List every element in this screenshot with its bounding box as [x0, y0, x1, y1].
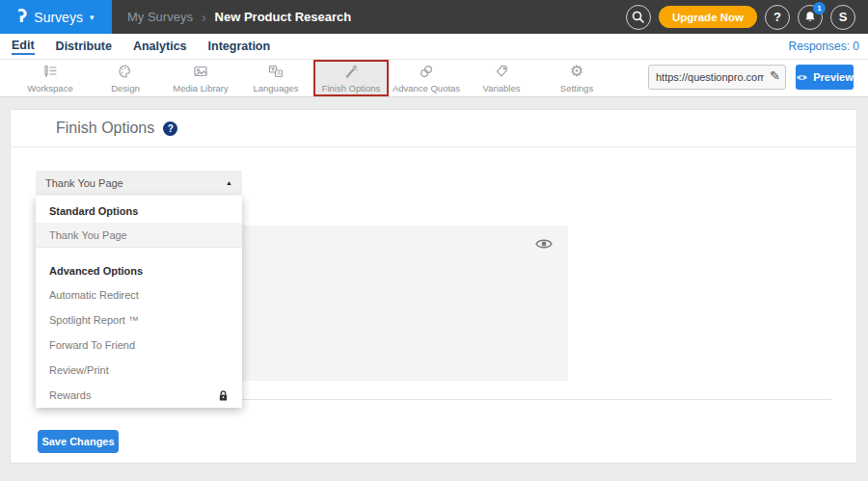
selected-option-label: Thank You Page [45, 177, 123, 189]
toolbar-label: Design [111, 83, 140, 94]
toolbar-item-settings[interactable]: ⚙ Settings [539, 60, 614, 96]
caret-up-icon: ▲ [226, 179, 232, 186]
search-button[interactable] [626, 5, 651, 30]
finish-option-dropdown-menu: Standard Options Thank You Page Advanced… [36, 196, 242, 408]
survey-url-input[interactable] [648, 65, 786, 90]
menu-item-label: Spotlight Report ™ [49, 307, 139, 333]
toolbar-item-variables[interactable]: Variables [464, 60, 539, 96]
preview-button[interactable]: Preview [796, 65, 854, 90]
menu-item-forward-to-friend[interactable]: Forward To Friend [36, 333, 242, 358]
menu-item-rewards[interactable]: Rewards [36, 383, 242, 408]
card-title-row: Finish Options ? [11, 110, 856, 147]
toolbar-item-media-library[interactable]: Media Library [163, 60, 238, 96]
menu-item-thank-you-page[interactable]: Thank You Page [36, 223, 242, 248]
nav-tab-analytics[interactable]: Analytics [133, 40, 187, 54]
toolbar-label: Variables [483, 83, 521, 94]
question-mark-icon: ? [773, 10, 781, 24]
top-header: ʔ Surveys ▾ My Surveys › New Product Res… [0, 0, 868, 34]
toolbar-label: Settings [560, 83, 593, 94]
avatar-initial: S [839, 10, 848, 24]
toolbar-item-workspace[interactable]: Workspace [13, 60, 88, 96]
notifications-button[interactable]: 1 [798, 5, 823, 30]
palette-icon [118, 64, 133, 80]
menu-item-label: Rewards [49, 383, 91, 408]
tag-icon [494, 64, 509, 80]
header-actions: Upgrade Now ? 1 S [626, 5, 868, 30]
toolbar-item-advance-quotas[interactable]: Advance Quotas [389, 60, 464, 96]
menu-item-label: Forward To Friend [49, 333, 135, 358]
toolbar-label: Advance Quotas [393, 83, 460, 94]
toolbar-label: Languages [253, 83, 298, 94]
translate-icon: A [268, 64, 284, 80]
magic-wand-icon [343, 64, 359, 80]
menu-group-advanced: Advanced Options [36, 259, 242, 282]
image-icon [193, 64, 208, 80]
edit-url-pencil-icon[interactable]: ✎ [770, 68, 780, 83]
avatar[interactable]: S [830, 5, 855, 30]
toolbar-item-design[interactable]: Design [88, 60, 163, 96]
finish-option-select[interactable]: Thank You Page ▲ [36, 171, 242, 195]
product-name: Surveys [34, 10, 83, 25]
responses-count[interactable]: Responses: 0 [789, 40, 859, 53]
toolbar-item-finish-options[interactable]: Finish Options [313, 60, 389, 96]
save-changes-button[interactable]: Save Changes [38, 430, 119, 453]
preview-eye-icon[interactable] [535, 236, 553, 254]
menu-group-standard: Standard Options [36, 200, 242, 223]
eye-icon [796, 73, 808, 82]
breadcrumb: My Surveys › New Product Research [127, 10, 351, 25]
breadcrumb-my-surveys[interactable]: My Surveys [127, 10, 193, 24]
questionpro-logo-icon: ʔ [18, 9, 28, 25]
toolbar-label: Workspace [27, 83, 72, 94]
help-button[interactable]: ? [765, 5, 790, 30]
finish-options-card: Finish Options ? Thank You Page ▲ Standa… [10, 109, 857, 464]
survey-url-field: ✎ [648, 65, 786, 90]
app-window: ʔ Surveys ▾ My Surveys › New Product Res… [0, 0, 868, 481]
chain-links-icon [419, 64, 434, 80]
menu-item-label: Automatic Redirect [49, 282, 139, 307]
survey-nav: Edit Distribute Analytics Integration Re… [0, 34, 868, 60]
toolbar-label: Finish Options [322, 83, 381, 94]
menu-item-automatic-redirect[interactable]: Automatic Redirect [36, 282, 242, 307]
search-icon [632, 11, 644, 23]
lock-icon [218, 389, 229, 402]
workspace-icon [42, 64, 58, 80]
nav-tab-integration[interactable]: Integration [208, 40, 271, 54]
gear-icon: ⚙ [570, 64, 583, 80]
menu-item-label: Review/Print [49, 358, 109, 383]
breadcrumb-survey-name: New Product Research [215, 10, 352, 24]
notification-badge: 1 [813, 2, 826, 14]
menu-gap [36, 248, 242, 259]
toolbar-label: Media Library [173, 83, 229, 94]
page-title: Finish Options [56, 120, 154, 137]
breadcrumb-separator-icon: › [202, 10, 206, 25]
svg-text:A: A [278, 70, 282, 76]
nav-tab-edit[interactable]: Edit [12, 39, 35, 55]
nav-tab-distribute[interactable]: Distribute [56, 40, 112, 54]
menu-item-spotlight-report[interactable]: Spotlight Report ™ [36, 307, 242, 333]
title-help-icon[interactable]: ? [163, 121, 177, 136]
chevron-down-icon: ▾ [90, 13, 95, 22]
menu-item-review-print[interactable]: Review/Print [36, 358, 242, 383]
menu-item-label: Thank You Page [49, 223, 127, 248]
upgrade-now-button[interactable]: Upgrade Now [659, 6, 757, 28]
preview-label: Preview [813, 71, 854, 83]
product-switcher[interactable]: ʔ Surveys ▾ [0, 0, 112, 34]
toolbar-item-languages[interactable]: A Languages [238, 60, 313, 96]
